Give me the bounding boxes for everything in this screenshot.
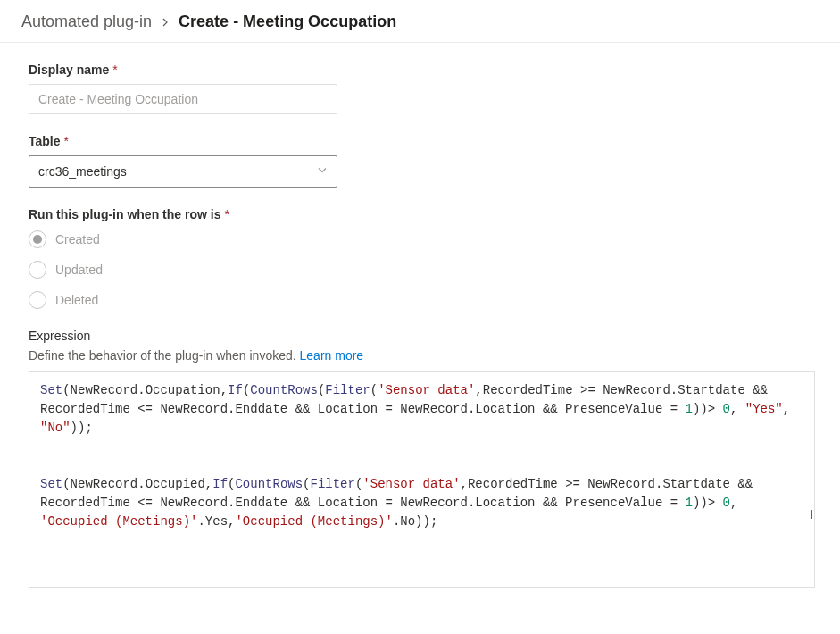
expression-subtext: Define the behavior of the plug-in when … — [29, 348, 815, 363]
radio-label-updated: Updated — [55, 263, 103, 277]
expression-heading: Expression — [29, 329, 815, 343]
radio-icon — [29, 291, 46, 309]
table-field: Table* crc36_meetings — [29, 134, 815, 188]
radio-icon — [29, 230, 46, 248]
trigger-radio-updated: Updated — [29, 261, 815, 279]
required-indicator: * — [112, 63, 117, 77]
required-indicator: * — [64, 134, 69, 148]
trigger-label: Run this plug-in when the row is* — [29, 207, 815, 221]
form-panel: Display name* Table* crc36_meetings Run … — [0, 43, 840, 605]
radio-icon — [29, 261, 46, 279]
radio-label-deleted: Deleted — [55, 293, 98, 307]
chevron-right-icon — [161, 15, 170, 29]
display-name-field: Display name* — [29, 63, 815, 114]
scrollbar-thumb[interactable] — [811, 510, 812, 519]
expression-editor[interactable]: Set(NewRecord.Occupation,If(CountRows(Fi… — [29, 371, 815, 588]
expression-section: Expression Define the behavior of the pl… — [29, 329, 815, 588]
table-label: Table* — [29, 134, 815, 148]
trigger-radio-created: Created — [29, 230, 815, 248]
learn-more-link[interactable]: Learn more — [300, 348, 364, 363]
breadcrumb-parent[interactable]: Automated plug-in — [21, 13, 152, 31]
breadcrumb-current: Create - Meeting Occupation — [179, 13, 396, 31]
table-select[interactable]: crc36_meetings — [29, 155, 337, 188]
breadcrumb: Automated plug-in Create - Meeting Occup… — [0, 0, 840, 43]
trigger-radio-group: Created Updated Deleted — [29, 230, 815, 309]
radio-label-created: Created — [55, 232, 100, 246]
display-name-input[interactable] — [29, 84, 337, 114]
trigger-radio-deleted: Deleted — [29, 291, 815, 309]
display-name-label: Display name* — [29, 63, 815, 77]
trigger-field: Run this plug-in when the row is* Create… — [29, 207, 815, 309]
required-indicator: * — [224, 207, 229, 221]
